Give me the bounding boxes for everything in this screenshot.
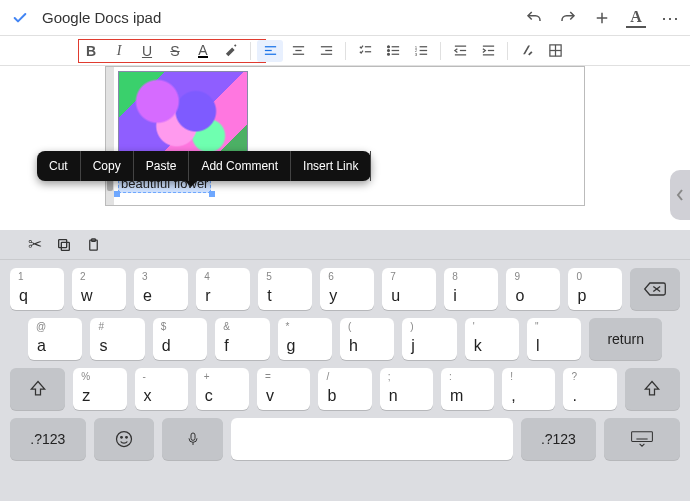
svg-point-42 [126, 437, 128, 439]
insert-table-button[interactable] [542, 40, 568, 62]
ctx-paste[interactable]: Paste [134, 151, 190, 181]
undo-icon[interactable] [524, 8, 544, 28]
numbered-list-button[interactable]: 123 [408, 40, 434, 62]
clear-format-button[interactable] [514, 40, 540, 62]
ctx-copy[interactable]: Copy [81, 151, 134, 181]
indent-button[interactable] [475, 40, 501, 62]
key-d[interactable]: $d [153, 318, 207, 360]
onscreen-keyboard: ✂ 1q2w3e4r5t6y7u8i9o0p @a#s$d&f*g(h)j'k"… [0, 230, 690, 501]
underline-button[interactable]: U [134, 40, 160, 62]
key-u[interactable]: 7u [382, 268, 436, 310]
key-hide-keyboard[interactable] [604, 418, 680, 460]
key-,[interactable]: !, [502, 368, 555, 410]
key-numeric-right[interactable]: .?123 [521, 418, 597, 460]
key-t[interactable]: 5t [258, 268, 312, 310]
key-l[interactable]: "l [527, 318, 581, 360]
key-shift-right[interactable] [625, 368, 680, 410]
kbd-copy-icon[interactable] [56, 237, 72, 253]
svg-rect-34 [61, 242, 69, 250]
key-e[interactable]: 3e [134, 268, 188, 310]
svg-point-40 [117, 432, 132, 447]
svg-rect-45 [632, 432, 653, 442]
strikethrough-button[interactable]: S [162, 40, 188, 62]
checklist-button[interactable] [352, 40, 378, 62]
key-k[interactable]: 'k [465, 318, 519, 360]
key-shift-left[interactable] [10, 368, 65, 410]
text-format-icon[interactable]: A [626, 8, 646, 28]
key-return[interactable]: return [589, 318, 662, 360]
add-icon[interactable] [592, 8, 612, 28]
highlight-button[interactable] [218, 40, 244, 62]
keyboard-toolbar: ✂ [0, 230, 690, 260]
key-a[interactable]: @a [28, 318, 82, 360]
key-backspace[interactable] [630, 268, 680, 310]
outdent-button[interactable] [447, 40, 473, 62]
document-title[interactable]: Google Docs ipad [30, 9, 524, 26]
kbd-paste-icon[interactable] [86, 237, 101, 253]
document-page[interactable]: beautiful flower [105, 66, 585, 206]
svg-rect-35 [59, 239, 67, 247]
align-right-button[interactable] [313, 40, 339, 62]
key-space[interactable] [231, 418, 513, 460]
svg-rect-43 [191, 433, 195, 440]
key-o[interactable]: 9o [506, 268, 560, 310]
redo-icon[interactable] [558, 8, 578, 28]
key-b[interactable]: /b [318, 368, 371, 410]
document-area: beautiful flower [0, 66, 690, 230]
more-icon[interactable]: ⋯ [660, 8, 680, 28]
key-numeric-left[interactable]: .?123 [10, 418, 86, 460]
bold-button[interactable]: B [78, 40, 104, 62]
ctx-insert-link[interactable]: Insert Link [291, 151, 371, 181]
key-dictation[interactable] [162, 418, 223, 460]
ctx-add-comment[interactable]: Add Comment [189, 151, 291, 181]
key-v[interactable]: =v [257, 368, 310, 410]
key-p[interactable]: 0p [568, 268, 622, 310]
key-emoji[interactable] [94, 418, 155, 460]
key-z[interactable]: %z [73, 368, 126, 410]
context-menu: Cut Copy Paste Add Comment Insert Link [37, 151, 371, 181]
svg-text:3: 3 [414, 52, 417, 57]
key-s[interactable]: #s [90, 318, 144, 360]
key-m[interactable]: :m [441, 368, 494, 410]
key-g[interactable]: *g [278, 318, 332, 360]
bullet-list-button[interactable] [380, 40, 406, 62]
app-top-bar: Google Docs ipad A ⋯ [0, 0, 690, 36]
key-x[interactable]: -x [135, 368, 188, 410]
svg-point-13 [387, 46, 389, 48]
key-w[interactable]: 2w [72, 268, 126, 310]
ctx-cut[interactable]: Cut [37, 151, 81, 181]
key-q[interactable]: 1q [10, 268, 64, 310]
key-c[interactable]: +c [196, 368, 249, 410]
svg-point-41 [121, 437, 123, 439]
format-toolbar: B I U S A 123 [0, 36, 690, 66]
svg-point-17 [387, 53, 389, 55]
align-center-button[interactable] [285, 40, 311, 62]
key-y[interactable]: 6y [320, 268, 374, 310]
key-.[interactable]: ?. [563, 368, 616, 410]
align-left-button[interactable] [257, 40, 283, 62]
confirm-check-icon[interactable] [10, 8, 30, 28]
key-n[interactable]: ;n [380, 368, 433, 410]
key-i[interactable]: 8i [444, 268, 498, 310]
kbd-cut-icon[interactable]: ✂ [28, 234, 42, 255]
italic-button[interactable]: I [106, 40, 132, 62]
svg-point-15 [387, 50, 389, 52]
key-j[interactable]: )j [402, 318, 456, 360]
key-r[interactable]: 4r [196, 268, 250, 310]
text-color-button[interactable]: A [190, 40, 216, 62]
side-pull-handle[interactable] [670, 170, 690, 220]
key-f[interactable]: &f [215, 318, 269, 360]
key-h[interactable]: (h [340, 318, 394, 360]
